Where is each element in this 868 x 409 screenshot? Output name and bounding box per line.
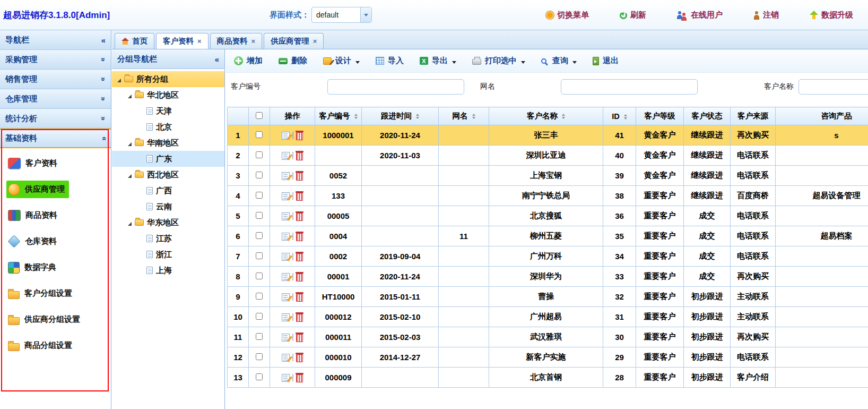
row-checkbox[interactable] (256, 252, 263, 259)
column-header[interactable]: 客户等级 (636, 107, 684, 125)
sidebar-header[interactable]: 导航栏 (0, 30, 111, 50)
toolbar-button[interactable]: 增加 (234, 56, 263, 66)
sidebar-section[interactable]: 基础资料 (0, 129, 111, 148)
tree-node[interactable]: 北京 (112, 119, 224, 135)
tree-node[interactable]: 上海 (112, 262, 224, 278)
table-row[interactable]: 11 000011 2015-02-03 武汉雅琪 30 重要客户 初步跟进 再… (228, 327, 868, 347)
tree-node[interactable]: 华东地区 (112, 215, 224, 231)
customer-code-input[interactable] (327, 79, 464, 95)
sidebar-section[interactable]: 统计分析 (0, 109, 111, 129)
delete-icon[interactable] (296, 253, 303, 261)
row-checkbox[interactable] (256, 151, 263, 158)
delete-icon[interactable] (296, 374, 303, 382)
edit-icon[interactable] (282, 192, 290, 200)
table-row[interactable]: 4 133 南宁宁铁总局 38 重要客户 继续跟进 百度商桥 超易设备管理 (228, 186, 868, 206)
top-action-button[interactable]: 刷新 (620, 10, 646, 20)
delete-icon[interactable] (296, 132, 303, 140)
toolbar-button[interactable]: 打印选中 (472, 56, 525, 66)
tree-node[interactable]: 浙江 (112, 246, 224, 262)
collapse-left-icon[interactable] (215, 55, 219, 64)
edit-icon[interactable] (282, 132, 290, 140)
row-checkbox[interactable] (256, 172, 263, 178)
close-icon[interactable] (313, 38, 317, 45)
ui-style-select[interactable]: default (311, 7, 372, 23)
delete-icon[interactable] (296, 294, 303, 302)
tree-node[interactable]: 广西 (112, 183, 224, 199)
toolbar-button[interactable]: 导入 (376, 56, 404, 66)
delete-icon[interactable] (296, 193, 303, 201)
column-header[interactable]: 客户来源 (731, 107, 776, 125)
tree-node[interactable]: 江苏 (112, 231, 224, 246)
tab[interactable]: 首页 (115, 33, 154, 49)
table-row[interactable]: 2 2020-11-03 深圳比亚迪 40 黄金客户 继续跟进 电话联系 (228, 146, 868, 166)
table-row[interactable]: 3 0052 上海宝钢 39 黄金客户 继续跟进 电话联系 (228, 166, 868, 186)
top-action-button[interactable]: 切换菜单 (546, 10, 589, 20)
toolbar-button[interactable]: 删除 (279, 56, 307, 66)
table-row[interactable]: 7 0002 2019-09-04 广州万科 34 重要客户 成交 电话联系 (228, 246, 868, 267)
sidebar-item[interactable]: 客户分组设置 (0, 280, 111, 306)
table-row[interactable]: 6 0004 11 柳州五菱 35 重要客户 成交 电话联系 超易档案 (228, 226, 868, 246)
group-nav-header[interactable]: 分组导航栏 (112, 49, 224, 69)
expander-icon[interactable] (115, 76, 121, 82)
row-checkbox[interactable] (256, 373, 263, 380)
customer-name-input[interactable] (798, 79, 868, 95)
sidebar-item[interactable]: 仓库资料 (0, 228, 111, 254)
delete-icon[interactable] (296, 173, 303, 181)
row-checkbox[interactable] (256, 272, 263, 279)
edit-icon[interactable] (282, 374, 290, 382)
edit-icon[interactable] (282, 212, 290, 220)
expander-icon[interactable] (126, 92, 132, 98)
delete-icon[interactable] (296, 274, 303, 282)
table-row[interactable]: 13 000009 北京首钢 28 重要客户 初步跟进 客户介绍 (228, 368, 868, 388)
expander-icon[interactable] (137, 108, 143, 114)
select-all-checkbox[interactable] (256, 112, 263, 119)
sidebar-section[interactable]: 仓库管理 (0, 89, 111, 109)
toolbar-button[interactable]: 查询 (541, 56, 577, 66)
row-checkbox[interactable] (256, 212, 263, 219)
column-header[interactable] (249, 107, 270, 125)
toolbar-button[interactable]: 设计 (323, 56, 360, 66)
toolbar-button[interactable]: 退出 (593, 56, 619, 66)
table-row[interactable]: 8 00001 2020-11-24 深圳华为 33 重要客户 成交 再次购买 (228, 267, 868, 287)
tree-node[interactable]: 华北地区 (112, 87, 224, 103)
sidebar-section[interactable]: 采购管理 (0, 50, 111, 70)
sidebar-item[interactable]: 商品资料 (0, 202, 111, 228)
table-row[interactable]: 9 HT10000 2015-01-11 曹操 32 重要客户 初步跟进 主动联… (228, 287, 868, 307)
row-checkbox[interactable] (256, 192, 263, 199)
edit-icon[interactable] (282, 233, 290, 241)
sidebar-item[interactable]: 客户资料 (0, 150, 111, 176)
tree-node[interactable]: 所有分组 (112, 71, 224, 87)
table-row[interactable]: 1 1000001 2020-11-24 张三丰 41 黄金客户 继续跟进 再次… (228, 125, 868, 146)
tree-node[interactable]: 云南 (112, 199, 224, 215)
row-checkbox[interactable] (256, 313, 263, 320)
edit-icon[interactable] (282, 293, 290, 301)
tree-node[interactable]: 华南地区 (112, 135, 224, 151)
close-icon[interactable] (251, 38, 256, 45)
column-header[interactable]: 客户状态 (684, 107, 731, 125)
sidebar-item[interactable]: 数据字典 (0, 254, 111, 280)
expander-icon[interactable] (137, 188, 143, 194)
expander-icon[interactable] (126, 220, 132, 226)
column-header[interactable]: 客户名称 (489, 107, 603, 125)
sidebar-section[interactable]: 销售管理 (0, 70, 111, 89)
row-checkbox[interactable] (256, 232, 263, 239)
tree-node[interactable]: 西北地区 (112, 167, 224, 183)
edit-icon[interactable] (282, 253, 290, 261)
expander-icon[interactable] (137, 156, 143, 162)
expander-icon[interactable] (137, 204, 143, 210)
toolbar-button[interactable]: 导出 (420, 56, 456, 66)
column-header[interactable]: 咨询产品 (776, 107, 868, 125)
row-checkbox[interactable] (256, 333, 263, 340)
column-header[interactable]: 操作 (270, 107, 315, 125)
tab[interactable]: 商品资料 (210, 33, 263, 49)
tab[interactable]: 客户资料 (156, 33, 209, 49)
close-icon[interactable] (197, 38, 202, 45)
net-name-input[interactable] (561, 79, 698, 95)
column-header[interactable] (228, 107, 249, 125)
expander-icon[interactable] (137, 268, 143, 274)
delete-icon[interactable] (296, 233, 303, 241)
expander-icon[interactable] (137, 236, 143, 242)
table-row[interactable]: 5 00005 北京搜狐 36 重要客户 成交 电话联系 (228, 206, 868, 226)
edit-icon[interactable] (282, 334, 290, 342)
row-checkbox[interactable] (256, 293, 263, 300)
